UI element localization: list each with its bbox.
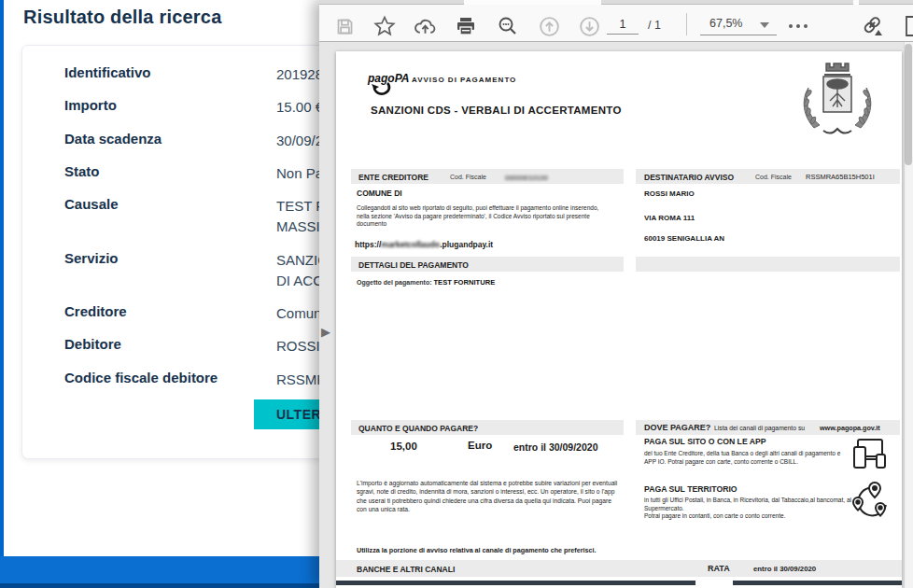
comune-name: COMUNE DI: [357, 189, 402, 198]
cod-fiscale-label: Cod. Fiscale: [755, 174, 792, 180]
dettagli-pagamento-label: DETTAGLI DEL PAGAMENTO: [358, 260, 469, 270]
territory-icon-wrap: [849, 479, 890, 524]
quanto-quando-bar: QUANTO E QUANDO PAGARE?: [351, 420, 624, 435]
dove-pagare-subtitle: Lista dei canali di pagamento su: [714, 425, 805, 431]
pdf-viewer-area: ▶ pagoPA AVVISO DI PAGAMENTO SANZIONI CD…: [319, 42, 913, 588]
ente-creditore-bar: ENTE CREDITORE Cod. Fiscale 00000010100: [351, 169, 624, 184]
paga-sito-title: PAGA SUL SITO O CON LE APP: [644, 437, 766, 446]
coat-of-arms-icon: [795, 58, 879, 147]
document-icon: [900, 15, 913, 37]
cut-instruction: Utilizza la porzione di avviso relativa …: [357, 546, 596, 554]
payment-url-prefix: https://: [355, 240, 381, 249]
document-title: SANZIONI CDS - VERBALI DI ACCERTAMENTO: [371, 105, 622, 116]
pdf-toolbar: / 1 67,5%: [319, 5, 913, 42]
toolbar-separator: [686, 13, 687, 35]
page-left-accent: [0, 0, 4, 556]
ente-creditore-label: ENTE CREDITORE: [358, 173, 428, 182]
upload-button[interactable]: [411, 12, 439, 40]
page-title: Risultato della ricerca: [23, 7, 221, 28]
banche-canali-bar: BANCHE E ALTRI CANALI RATA entro il 30/0…: [336, 560, 902, 577]
cod-fiscale-value-redacted: 00000010100: [505, 174, 548, 182]
avviso-di-pagamento-label: AVVISO DI PAGAMENTO: [412, 76, 516, 84]
amount-due-date: entro il 30/09/2020: [513, 441, 597, 453]
zoom-level-value: 67,5%: [709, 17, 742, 30]
find-button[interactable]: [494, 12, 522, 40]
rata-due-date: entro il 30/09/2020: [753, 565, 816, 573]
paga-territorio-text: in tutti gli Uffici Postali, in Banca, i…: [644, 497, 859, 521]
document-properties-button[interactable]: [898, 12, 913, 40]
destinatario-name: ROSSI MARIO: [644, 189, 695, 198]
devices-icon-wrap: [849, 434, 890, 479]
paga-territorio-title: PAGA SUL TERRITORIO: [644, 484, 737, 494]
destinatario-city: 60019 SENIGALLIA AN: [644, 234, 724, 243]
oggetto-value: TEST FORNITURE: [433, 278, 495, 287]
zoom-select[interactable]: 67,5%: [700, 14, 777, 35]
share-link-button[interactable]: [859, 12, 887, 40]
oggetto-label: Oggetto del pagamento:: [357, 279, 432, 286]
quanto-quando-label: QUANTO E QUANDO PAGARE?: [358, 424, 478, 433]
print-icon: [455, 15, 477, 37]
rata-label: RATA: [708, 564, 730, 573]
pdf-page: pagoPA AVVISO DI PAGAMENTO SANZIONI CDS …: [336, 51, 902, 588]
cloud-upload-icon: [414, 15, 437, 38]
field-label-creditore: Creditore: [64, 303, 127, 319]
cut-line-segment: [733, 581, 902, 585]
destinatario-avviso-label: DESTINATARIO AVVISO: [644, 173, 734, 182]
save-icon: [335, 17, 355, 36]
page-up-icon: [538, 15, 561, 38]
map-pins-icon: [849, 479, 890, 520]
payment-info-paragraph: Collegandoti al sito web riportato di se…: [357, 204, 607, 229]
cod-fiscale-value: RSSMRA65B15H501I: [806, 173, 875, 181]
municipal-crest: [795, 58, 879, 150]
dettagli-pagamento-bar-right: [636, 257, 900, 272]
star-icon: [373, 15, 396, 37]
favorite-button[interactable]: [371, 12, 399, 40]
pagopa-logo: pagoPA: [367, 70, 410, 102]
payment-url[interactable]: https://marketcollaudo.plugandpay.it: [355, 240, 493, 249]
more-options-button[interactable]: [784, 12, 812, 40]
banche-canali-label: BANCHE E ALTRI CANALI: [357, 565, 455, 574]
page-up-button[interactable]: [535, 12, 563, 40]
pdf-viewer-panel: / 1 67,5%: [319, 0, 913, 588]
oggetto-row: Oggetto del pagamento: TEST FORNITURE: [357, 278, 495, 287]
field-label-causale: Causale: [64, 196, 119, 212]
link-share-icon: [860, 13, 886, 39]
more-options-icon: [789, 24, 793, 28]
sidebar-toggle-icon[interactable]: ▶: [321, 325, 330, 339]
amount-currency: Euro: [468, 440, 492, 451]
chevron-down-icon: [760, 22, 769, 28]
page-number-input[interactable]: [607, 14, 639, 35]
field-label-importo: Importo: [64, 97, 117, 113]
amount-value: 15,00: [390, 441, 417, 452]
dove-pagare-bar: DOVE PAGARE? Lista dei canali di pagamen…: [636, 420, 900, 435]
save-button[interactable]: [330, 12, 358, 40]
dettagli-pagamento-bar: DETTAGLI DEL PAGAMENTO: [351, 257, 624, 272]
page-count-label: / 1: [648, 19, 661, 32]
destinatario-address: VIA ROMA 111: [644, 214, 695, 222]
screen: Risultato della ricerca Identificativo 2…: [0, 0, 913, 588]
field-label-identificativo: Identificativo: [64, 64, 151, 80]
cut-line-segment: [336, 581, 695, 585]
destinatario-avviso-bar: DESTINATARIO AVVISO Cod. Fiscale RSSMRA6…: [636, 169, 900, 184]
field-label-debitore: Debitore: [64, 336, 121, 352]
field-label-data-scadenza: Data scadenza: [64, 131, 162, 147]
page-down-button[interactable]: [575, 12, 603, 40]
cod-fiscale-label: Cod. Fiscale: [450, 174, 486, 180]
pagopa-site-url: www.pagopa.gov.it: [820, 424, 880, 432]
scrollbar-thumb[interactable]: [905, 44, 912, 165]
dove-pagare-label: DOVE PAGARE?: [644, 423, 710, 432]
print-button[interactable]: [452, 12, 480, 40]
devices-icon: [849, 434, 890, 475]
paga-sito-text: del tuo Ente Creditore, della tua Banca …: [644, 450, 842, 466]
search-icon: [497, 15, 519, 37]
field-label-stato: Stato: [64, 163, 100, 179]
payment-url-suffix: .plugandpay.it: [440, 240, 493, 249]
field-label-servizio: Servizio: [64, 250, 119, 266]
page-down-icon: [578, 15, 601, 38]
field-label-codice-fiscale-debitore: Codice fiscale debitore: [64, 370, 218, 385]
payment-url-redacted: marketcollaudo: [381, 240, 440, 249]
amount-note-paragraph: L'importo è aggiornato automaticamente d…: [357, 479, 618, 513]
